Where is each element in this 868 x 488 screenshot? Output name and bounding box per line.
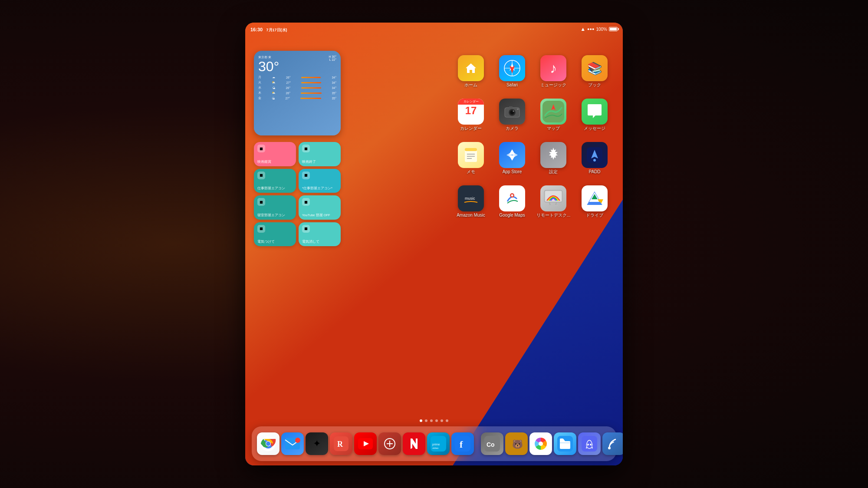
google-maps-label: Google Maps [499, 213, 525, 218]
notes-icon [458, 142, 484, 168]
settings-icon [540, 142, 566, 168]
app-home[interactable]: ホーム [451, 51, 490, 92]
dock-youtube[interactable] [354, 432, 377, 455]
shortcuts-widget: ⏹ 映画鑑賞 ⏹ 映画終了 ⏹ 仕事部屋エアコン ⏹ *仕事部屋エアコン* [254, 142, 341, 246]
shortcut-office-ac[interactable]: ⏹ 仕事部屋エアコン [254, 169, 296, 193]
dock: ✦ R [252, 426, 616, 461]
app-amazon-music[interactable]: music Amazon Music [451, 181, 490, 222]
amazon-music-icon: music [458, 185, 484, 211]
app-calendar[interactable]: カレンダー 17 カレンダー [451, 94, 490, 135]
svg-text:prime: prime [432, 443, 440, 446]
home-label: ホーム [464, 82, 477, 88]
dock-mail[interactable] [281, 432, 304, 455]
shortcut-movie-end[interactable]: ⏹ 映画終了 [299, 142, 341, 166]
app-remote-desktop[interactable]: リモートデスク... [534, 181, 573, 222]
shortcut-movie-start[interactable]: ⏹ 映画鑑賞 [254, 142, 296, 166]
dock-discord[interactable] [578, 432, 601, 455]
app-settings[interactable]: 設定 [534, 138, 573, 179]
battery-icon [609, 27, 618, 31]
dock-files[interactable] [554, 432, 576, 455]
dock-netflix[interactable] [403, 432, 425, 455]
weather-row-1: 月 ☁ 26° 34° [258, 75, 336, 79]
page-dot-5[interactable] [441, 419, 443, 422]
reeder-icon: R [330, 432, 352, 455]
svg-rect-11 [509, 106, 513, 108]
svg-point-61 [539, 442, 543, 446]
discord-icon [578, 432, 601, 455]
cellular-icon: ●●● [587, 27, 594, 31]
facebook-icon: f [451, 432, 474, 455]
dock-co-app[interactable]: Co [481, 432, 503, 455]
app-drive[interactable]: ドライブ [575, 181, 614, 222]
battery-fill [610, 28, 617, 30]
weather-location: 東京都 東 30° [258, 55, 279, 73]
shortcut-office-ac-alt[interactable]: ⏹ *仕事部屋エアコン* [299, 169, 341, 193]
appstore-icon [499, 142, 525, 168]
app-safari[interactable]: Safari [493, 51, 532, 92]
app-google-maps[interactable]: Google Maps [493, 181, 532, 222]
svg-point-64 [587, 444, 589, 445]
music-label: ミュージック [540, 82, 566, 88]
weather-row-2: 火 ⛅ 27° 34° [258, 80, 336, 85]
svg-point-23 [593, 159, 596, 162]
netflix-icon [403, 432, 425, 455]
messages-icon [582, 99, 608, 125]
camera-label: カメラ [506, 126, 519, 131]
dock-darkroom[interactable]: ✦ [306, 432, 328, 455]
app-appstore[interactable]: App Store [493, 138, 532, 179]
svg-rect-31 [549, 205, 558, 206]
dock-netnewswire[interactable] [602, 432, 623, 455]
svg-point-42 [295, 438, 300, 443]
page-dot-1[interactable] [420, 419, 422, 422]
page-dot-4[interactable] [435, 419, 438, 422]
weather-daily: 月 ☁ 26° 34° 火 ⛅ 27° 34° 水 [258, 75, 336, 100]
app-padd[interactable]: PADD [575, 138, 614, 179]
weather-widget[interactable]: 東京都 東 30° H 30° L 22° 月 ☁ 26° 34° [254, 51, 341, 135]
settings-label: 設定 [549, 169, 558, 175]
app-camera[interactable]: カメラ [493, 94, 532, 135]
status-bar: 16:30 7月17日(水) ▲ ●●● 100% [245, 23, 623, 36]
dock-photos[interactable] [529, 432, 552, 455]
app-maps[interactable]: マップ [534, 94, 573, 135]
shortcut-icon-3: ⏹ [257, 171, 265, 179]
maps-label: マップ [547, 126, 560, 131]
dock-prime-video[interactable]: prime video [427, 432, 450, 455]
dock-bear[interactable]: 🐻 [505, 432, 528, 455]
page-dot-6[interactable] [446, 419, 448, 422]
app-notes[interactable]: メモ [451, 138, 490, 179]
app-messages[interactable]: メッセージ [575, 94, 614, 135]
svg-marker-36 [588, 202, 602, 204]
weather-bar-5 [300, 98, 321, 99]
appstore-label: App Store [503, 169, 522, 175]
app-books[interactable]: 📚 ブック [575, 51, 614, 92]
dock-facebook[interactable]: f [451, 432, 474, 455]
app-music[interactable]: ♪ ミュージック [534, 51, 573, 92]
padd-icon-img [582, 142, 608, 168]
safari-icon [499, 55, 525, 81]
status-date: 7月17日(水) [266, 28, 287, 32]
weather-temp: 30° [258, 59, 279, 73]
app-grid: ホーム Safari ♪ [451, 51, 614, 222]
dock-chrome[interactable] [257, 432, 279, 455]
drive-label: ドライブ [586, 213, 603, 218]
co-icon: Co [481, 432, 503, 455]
shortcut-icon-1: ⏹ [257, 145, 265, 152]
page-dot-3[interactable] [430, 419, 433, 422]
dock-reeder[interactable]: R [330, 432, 352, 455]
screen-content: 東京都 東 30° H 30° L 22° 月 ☁ 26° 34° [245, 36, 623, 465]
shortcut-label-6: YouTube 部屋 OFF [302, 213, 337, 217]
darkroom-icon: ✦ [306, 432, 328, 455]
shortcut-lights-on[interactable]: ⏹ 電気つけて [254, 222, 296, 247]
remote-desktop-label: リモートデスク... [536, 213, 570, 218]
weather-bar-2 [301, 82, 321, 83]
weather-bar-3 [301, 87, 321, 89]
files-icon [554, 432, 576, 455]
page-dot-2[interactable] [425, 419, 427, 422]
shortcut-label-3: 仕事部屋エアコン [257, 186, 293, 190]
dock-unknown-app1[interactable] [378, 432, 401, 455]
books-icon: 📚 [582, 55, 608, 81]
shortcut-lights-off[interactable]: ⏹ 電気消して [299, 222, 341, 247]
shortcut-youtube-off[interactable]: ⏹ YouTube 部屋 OFF [299, 195, 341, 220]
shortcut-bedroom-ac[interactable]: ⏹ 寝室部屋エアコン [254, 195, 296, 220]
svg-text:R: R [337, 440, 343, 448]
